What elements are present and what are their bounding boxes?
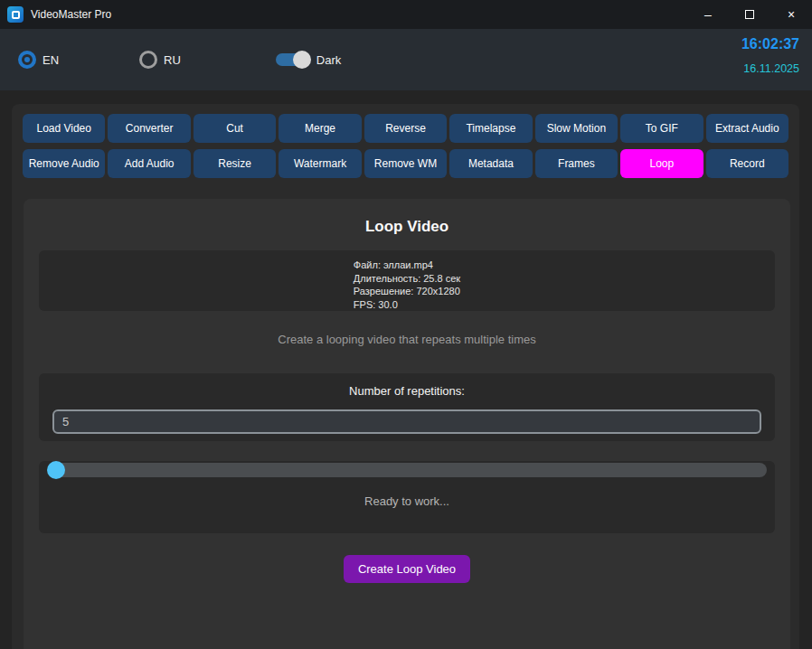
- tab-loop[interactable]: Loop: [620, 149, 703, 178]
- radio-selected-icon[interactable]: [18, 51, 36, 69]
- file-resolution-line: Разрешение: 720x1280: [354, 285, 460, 298]
- app-icon: [7, 6, 24, 23]
- file-info-text: Файл: эллаи.mp4 Длительность: 25.8 сек Р…: [354, 250, 460, 311]
- tab-watermark[interactable]: Watermark: [279, 149, 361, 178]
- file-duration-line: Длительность: 25.8 сек: [354, 272, 460, 286]
- radio-unselected-icon[interactable]: [139, 51, 157, 69]
- progress-bar: [47, 461, 767, 479]
- window-controls: – ×: [687, 0, 812, 29]
- title-bar: VideoMaster Pro – ×: [0, 0, 812, 29]
- tab-reverse[interactable]: Reverse: [364, 114, 447, 143]
- tab-frames[interactable]: Frames: [535, 149, 618, 178]
- file-info-panel: Файл: эллаи.mp4 Длительность: 25.8 сек Р…: [39, 250, 775, 311]
- minimize-icon[interactable]: –: [687, 0, 729, 29]
- tab-record[interactable]: Record: [706, 149, 788, 178]
- tab-resize[interactable]: Resize: [194, 149, 276, 178]
- toggle-knob[interactable]: [293, 51, 311, 69]
- clock-date: 16.11.2025: [741, 62, 799, 75]
- tab-remove-audio[interactable]: Remove Audio: [23, 149, 105, 178]
- dark-mode-toggle[interactable]: [276, 53, 308, 66]
- repetitions-input[interactable]: [52, 409, 761, 434]
- create-loop-video-button[interactable]: Create Loop Video: [344, 555, 470, 583]
- tab-load-video[interactable]: Load Video: [23, 114, 105, 143]
- close-icon[interactable]: ×: [770, 0, 812, 29]
- clock-time: 16:02:37: [741, 36, 799, 52]
- language-en-label: EN: [42, 53, 59, 67]
- tab-timelapse[interactable]: Timelapse: [449, 114, 532, 143]
- language-ru-label: RU: [164, 53, 181, 67]
- tab-to-gif[interactable]: To GIF: [620, 114, 703, 143]
- theme-toggle-group: Dark: [276, 53, 341, 67]
- tab-extract-audio[interactable]: Extract Audio: [706, 114, 788, 143]
- tab-cut[interactable]: Cut: [194, 114, 276, 143]
- repetitions-label: Number of repetitions:: [39, 373, 775, 398]
- progress-track: [54, 463, 767, 477]
- language-radio-en[interactable]: EN: [18, 51, 59, 69]
- tab-metadata[interactable]: Metadata: [449, 149, 532, 178]
- theme-toggle-label: Dark: [316, 53, 341, 67]
- status-text: Ready to work...: [39, 494, 775, 508]
- tab-converter[interactable]: Converter: [108, 114, 190, 143]
- tab-merge[interactable]: Merge: [279, 114, 361, 143]
- clock: 16:02:37 16.11.2025: [741, 36, 799, 75]
- maximize-icon[interactable]: [729, 0, 770, 29]
- repetitions-panel: Number of repetitions:: [39, 373, 775, 441]
- main-container: Load Video Converter Cut Merge Reverse T…: [12, 104, 799, 649]
- page-title: Loop Video: [24, 199, 790, 236]
- file-fps-line: FPS: 30.0: [354, 298, 460, 312]
- tab-slow-motion[interactable]: Slow Motion: [535, 114, 618, 143]
- progress-panel: Ready to work...: [39, 461, 775, 533]
- language-radio-ru[interactable]: RU: [139, 51, 181, 69]
- feature-description: Create a looping video that repeats mult…: [24, 333, 790, 346]
- feature-tabs: Load Video Converter Cut Merge Reverse T…: [12, 104, 799, 178]
- progress-handle-icon: [47, 461, 65, 479]
- app-title: VideoMaster Pro: [31, 8, 111, 21]
- tab-add-audio[interactable]: Add Audio: [108, 149, 190, 178]
- file-name-line: Файл: эллаи.mp4: [354, 259, 460, 272]
- loop-panel: Loop Video Файл: эллаи.mp4 Длительность:…: [24, 199, 790, 649]
- header-bar: EN RU Dark 16:02:37 16.11.2025: [0, 29, 812, 90]
- tab-remove-wm[interactable]: Remove WM: [364, 149, 447, 178]
